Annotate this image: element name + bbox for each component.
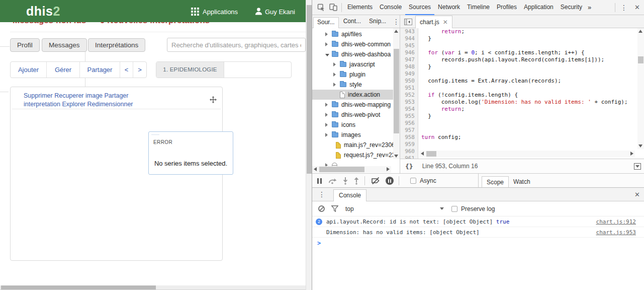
line-number[interactable]: 959 (400, 141, 418, 148)
line-number[interactable]: 947 (400, 56, 418, 63)
line-number[interactable]: 952 (400, 92, 418, 99)
line-number[interactable]: 950 (400, 78, 418, 85)
preserve-log-checkbox[interactable] (451, 206, 457, 212)
navigator-tab-0[interactable]: Sour... (313, 17, 339, 28)
devtools-tab-security[interactable]: Security (557, 0, 586, 15)
toolbar-link-2[interactable]: Partager (80, 62, 120, 78)
tab-interprétations[interactable]: Interprétations (88, 38, 145, 52)
devtools-tab-elements[interactable]: Elements (344, 0, 376, 15)
collapsed-arrow-icon[interactable] (325, 131, 329, 138)
tree-item-dhis-web-mapping[interactable]: dhis-web-mapping (312, 100, 393, 110)
step-into-icon[interactable] (342, 177, 348, 185)
tree-item-style[interactable]: style (312, 80, 393, 90)
devtools-close-icon[interactable]: ✕ (630, 4, 644, 11)
collapsed-arrow-icon[interactable] (333, 61, 337, 68)
collapsed-arrow-icon[interactable] (333, 71, 337, 78)
editor-vertical-scrollbar[interactable] (637, 28, 644, 149)
tab-profil[interactable]: Profil (10, 38, 40, 52)
context-dropdown-icon[interactable] (440, 207, 444, 210)
collapsed-arrow-icon[interactable] (325, 31, 329, 38)
source-link[interactable]: chart.js:912 (596, 219, 636, 225)
device-toolbar-icon[interactable] (327, 2, 339, 14)
devtools-tab-application[interactable]: Application (520, 0, 557, 15)
toolbar-link-0[interactable]: Ajouter (11, 62, 47, 78)
editor-gutter[interactable]: 9439449459469479489499509519529539549559… (400, 28, 418, 159)
console-close-icon[interactable]: ✕ (630, 191, 644, 198)
dashboard-tab-epidemiologie[interactable]: 1. EPIDEMIOLOGIE (156, 62, 224, 78)
widget-link-3[interactable]: Explorer (62, 101, 85, 108)
pause-script-icon[interactable] (317, 178, 323, 184)
tree-item-dhis-web-dashboa[interactable]: dhis-web-dashboa (312, 49, 393, 59)
line-number[interactable]: 949 (400, 70, 418, 78)
pause-on-exceptions-icon[interactable] (386, 177, 394, 185)
execution-context-selector[interactable]: top (345, 205, 354, 212)
step-over-icon[interactable] (328, 178, 337, 184)
more-tabs-chevron-icon[interactable]: » (586, 4, 593, 11)
source-link[interactable]: chart.js:953 (596, 229, 636, 236)
tree-horizontal-scrollbar[interactable] (312, 166, 391, 173)
line-number[interactable]: 953 (400, 99, 418, 106)
line-number[interactable]: 943 (400, 28, 418, 35)
tree-item-request.js?_rev=230[interactable]: request.js?_rev=230 (312, 150, 393, 160)
filter-icon[interactable] (331, 205, 338, 212)
search-input[interactable] (167, 38, 306, 52)
widget-link-1[interactable]: Recuperer image (54, 92, 103, 99)
tree-item-index.action[interactable]: index.action (312, 90, 393, 100)
editor-horizontal-scrollbar[interactable] (419, 151, 635, 157)
pretty-print-icon[interactable]: {} (405, 163, 413, 170)
dhis-logo[interactable]: dhis2 (26, 4, 60, 19)
tree-vertical-scrollbar[interactable] (393, 28, 400, 159)
line-number[interactable]: 945 (400, 42, 418, 49)
devtools-tab-timeline[interactable]: Timeline (464, 0, 493, 15)
clear-console-icon[interactable] (318, 205, 325, 212)
move-icon[interactable] (210, 96, 217, 105)
inspect-element-icon[interactable] (315, 2, 327, 14)
toggle-drawer-icon[interactable] (634, 163, 641, 170)
page-vertical-scrollbar[interactable] (306, 0, 312, 290)
file-tab-chartjs[interactable]: chart.js ✕ (415, 16, 452, 28)
navigator-tab-1[interactable]: Cont... (340, 17, 364, 27)
user-icon[interactable] (254, 7, 263, 18)
collapsed-arrow-icon[interactable] (325, 101, 329, 108)
user-menu[interactable]: Guy Ekani (265, 8, 295, 16)
tree-item-javascript[interactable]: javascript (312, 59, 393, 69)
page-horizontal-scrollbar[interactable] (0, 285, 306, 289)
collapsed-arrow-icon[interactable] (325, 121, 329, 128)
tab-messages[interactable]: Messages (42, 38, 87, 52)
tree-item-icons[interactable]: icons (312, 120, 393, 130)
line-number[interactable]: 946 (400, 49, 418, 56)
scrollbar-thumb[interactable] (1, 285, 156, 289)
tree-item-main.js?_rev=23062[interactable]: main.js?_rev=23062 (312, 140, 393, 150)
deactivate-breakpoints-icon[interactable] (371, 177, 381, 184)
line-number[interactable]: 958 (400, 134, 418, 141)
toolbar-link-3[interactable]: < (120, 62, 133, 78)
expanded-arrow-icon[interactable] (325, 51, 329, 58)
collapsed-arrow-icon[interactable] (325, 41, 329, 48)
devtools-tab-profiles[interactable]: Profiles (493, 0, 520, 15)
applications-menu[interactable]: Applications (203, 8, 238, 16)
tree-item-images[interactable]: images (312, 130, 393, 140)
console-tab[interactable]: Console (333, 189, 366, 201)
devtools-tab-sources[interactable]: Sources (405, 0, 434, 15)
line-number[interactable]: 955 (400, 113, 418, 120)
file-tab-close-icon[interactable]: ✕ (439, 19, 448, 26)
tree-item-dhis-web-pivot[interactable]: dhis-web-pivot (312, 110, 393, 120)
line-number[interactable]: 944 (400, 35, 418, 42)
devtools-tab-console[interactable]: Console (376, 0, 405, 15)
tree-item-api/files[interactable]: api/files (312, 29, 393, 39)
toolbar-link-4[interactable]: > (133, 62, 146, 78)
line-number[interactable]: 957 (400, 127, 418, 134)
devtools-tab-network[interactable]: Network (434, 0, 464, 15)
collapsed-arrow-icon[interactable] (333, 81, 337, 88)
scrollbar-thumb[interactable] (307, 5, 312, 174)
toolbar-link-1[interactable]: Gérer (47, 62, 80, 78)
hide-navigator-icon[interactable] (404, 19, 412, 25)
tree-item-plugin[interactable]: plugin (312, 69, 393, 80)
line-number[interactable]: 960 (400, 148, 418, 155)
applications-grid-icon[interactable] (191, 8, 199, 16)
pane-tab-scope[interactable]: Scope (482, 176, 509, 188)
devtools-menu-icon[interactable]: ⋮ (617, 4, 630, 12)
line-number[interactable]: 948 (400, 63, 418, 70)
console-prompt[interactable]: > (312, 238, 321, 249)
console-menu-icon[interactable]: ⋮ (315, 190, 328, 198)
